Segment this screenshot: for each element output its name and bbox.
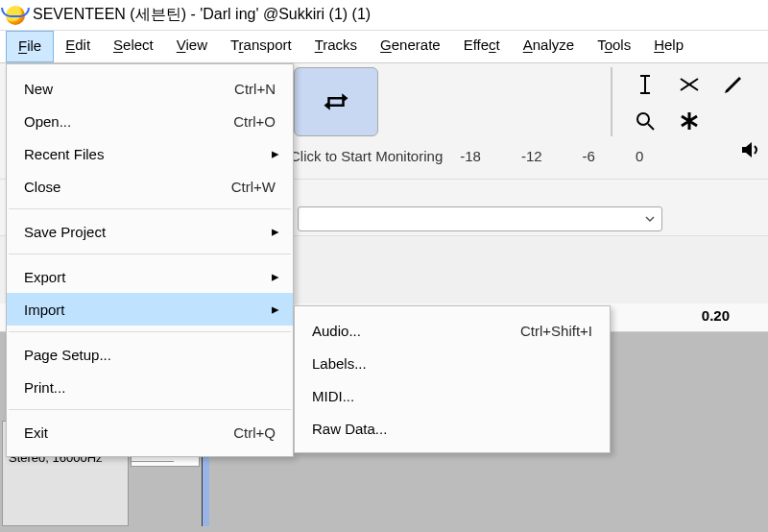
- menu-separator: [9, 331, 291, 332]
- import-audio[interactable]: Audio...Ctrl+Shift+I: [295, 314, 610, 347]
- menu-help[interactable]: Help: [642, 31, 695, 62]
- device-dropdown[interactable]: [298, 206, 662, 231]
- meter-ticks: -18 -12 -6 0: [460, 148, 643, 164]
- menu-file[interactable]: File: [6, 31, 54, 62]
- chevron-down-icon: [644, 213, 656, 225]
- chevron-right-icon: ▸: [272, 268, 279, 285]
- import-midi[interactable]: MIDI...: [295, 379, 610, 412]
- pencil-icon: [722, 73, 745, 96]
- toolbar-separator: [611, 67, 612, 136]
- file-open[interactable]: Open...Ctrl+O: [7, 105, 293, 137]
- menu-bar: File Edit Select View Transport Tracks G…: [0, 31, 768, 63]
- import-raw[interactable]: Raw Data...: [295, 412, 610, 445]
- speaker-icon: [739, 138, 762, 161]
- chevron-right-icon: ▸: [272, 301, 279, 318]
- file-print[interactable]: Print...: [7, 371, 293, 403]
- menu-effect[interactable]: Effect: [452, 31, 512, 62]
- menu-edit[interactable]: Edit: [54, 31, 102, 62]
- file-import[interactable]: Import▸: [7, 293, 293, 326]
- menu-separator: [9, 254, 291, 254]
- file-export[interactable]: Export▸: [7, 260, 293, 293]
- tool-palette: [624, 67, 755, 138]
- envelope-tool[interactable]: [668, 67, 710, 102]
- title-bar: SEVENTEEN (세븐틴) - 'Darl ing' @Sukkiri (1…: [0, 0, 768, 31]
- timeline-tick: 0.20: [702, 307, 730, 324]
- playback-meter-speaker[interactable]: [739, 138, 762, 164]
- envelope-icon: [678, 73, 701, 96]
- empty-tool: [712, 104, 755, 138]
- asterisk-icon: [678, 109, 701, 133]
- magnifier-icon: [634, 109, 657, 133]
- menu-separator: [9, 208, 291, 209]
- menu-transport[interactable]: Transport: [219, 31, 303, 62]
- file-exit[interactable]: ExitCtrl+Q: [7, 416, 293, 448]
- file-page-setup[interactable]: Page Setup...: [7, 338, 293, 371]
- file-new[interactable]: NewCtrl+N: [7, 72, 293, 105]
- recording-meter[interactable]: Click to Start Monitoring -18 -12 -6 0: [290, 138, 768, 173]
- menu-view[interactable]: View: [165, 31, 219, 62]
- app-logo-icon: [6, 6, 25, 25]
- menu-select[interactable]: Select: [102, 31, 165, 62]
- import-submenu: Audio...Ctrl+Shift+I Labels... MIDI... R…: [294, 305, 611, 453]
- file-menu-dropdown: NewCtrl+N Open...Ctrl+O Recent Files▸ Cl…: [6, 63, 294, 457]
- file-close[interactable]: CloseCtrl+W: [7, 170, 293, 203]
- ibeam-icon: [634, 73, 657, 96]
- menu-analyze[interactable]: Analyze: [512, 31, 586, 62]
- selection-tool[interactable]: [624, 67, 666, 102]
- meter-label[interactable]: Click to Start Monitoring: [290, 148, 443, 164]
- loop-button[interactable]: [294, 67, 378, 136]
- zoom-tool[interactable]: [624, 104, 666, 138]
- multi-tool[interactable]: [668, 104, 710, 138]
- window-title: SEVENTEEN (세븐틴) - 'Darl ing' @Sukkiri (1…: [33, 5, 371, 25]
- import-labels[interactable]: Labels...: [295, 347, 610, 379]
- chevron-right-icon: ▸: [272, 145, 279, 162]
- menu-tracks[interactable]: Tracks: [303, 31, 369, 62]
- menu-separator: [9, 409, 291, 410]
- file-save-project[interactable]: Save Project▸: [7, 215, 293, 248]
- svg-point-1: [637, 113, 649, 125]
- menu-tools[interactable]: Tools: [586, 31, 642, 62]
- menu-generate[interactable]: Generate: [369, 31, 452, 62]
- loop-icon: [322, 87, 350, 116]
- chevron-right-icon: ▸: [272, 223, 279, 240]
- file-recent[interactable]: Recent Files▸: [7, 137, 293, 170]
- draw-tool[interactable]: [712, 67, 755, 102]
